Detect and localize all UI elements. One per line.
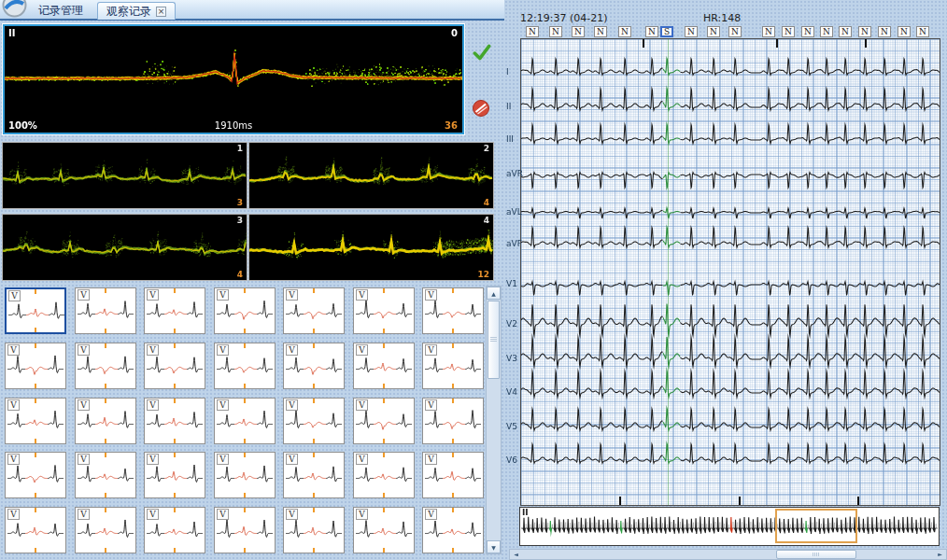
template-lead-label: II: [8, 28, 15, 38]
beat-thumbnail[interactable]: V: [144, 507, 205, 553]
beat-thumbnail[interactable]: V: [144, 452, 205, 498]
beat-thumbnail[interactable]: V: [144, 343, 205, 389]
beat-thumbnail[interactable]: V: [5, 287, 66, 334]
beat-thumbnail[interactable]: V: [5, 507, 66, 553]
beat-annotation-box[interactable]: N: [839, 26, 852, 37]
ecg-grid-panel[interactable]: [520, 38, 940, 506]
tab-observe-record[interactable]: 观察记录 ×: [97, 2, 176, 20]
channel-panel-2[interactable]: 2 4: [248, 142, 494, 209]
beat-thumbnail[interactable]: V: [283, 343, 345, 389]
beat-type-tag: V: [78, 399, 90, 411]
beat-annotation-box[interactable]: N: [618, 26, 631, 37]
beat-type-tag: V: [7, 509, 20, 520]
align-tick-top: [452, 453, 454, 457]
beat-annotation-box[interactable]: N: [549, 26, 562, 37]
scroll-right-icon[interactable]: ►: [935, 550, 945, 559]
beat-type-tag: V: [356, 289, 368, 301]
beat-type-tag: V: [78, 289, 90, 301]
beat-type-tag: V: [425, 509, 437, 520]
beat-thumbnail[interactable]: V: [75, 507, 136, 553]
channel-panel-4[interactable]: 4 12: [248, 214, 494, 281]
lead-label-I: I: [506, 67, 519, 77]
beat-thumbnail[interactable]: V: [422, 452, 484, 498]
beat-thumbnail[interactable]: V: [214, 452, 276, 498]
beat-thumbnail[interactable]: V: [144, 398, 205, 444]
beat-annotation-box[interactable]: N: [916, 26, 929, 37]
beat-template-panel[interactable]: II 0 100% 1910ms 36: [3, 24, 464, 134]
beat-type-tag: V: [8, 290, 21, 301]
beat-thumbnail[interactable]: V: [422, 507, 484, 553]
channel-panel-3[interactable]: 3 4: [2, 214, 247, 281]
beat-thumbnail[interactable]: V: [283, 452, 345, 498]
align-tick-top: [244, 343, 246, 348]
beat-thumbnail[interactable]: V: [422, 398, 484, 444]
scroll-down-icon[interactable]: ▼: [487, 540, 501, 553]
beat-thumbnail[interactable]: V: [353, 507, 415, 553]
scroll-left-icon[interactable]: ◄: [511, 550, 521, 559]
beat-thumbnail[interactable]: V: [353, 287, 415, 334]
beat-annotation-box[interactable]: N: [572, 26, 585, 37]
align-tick-top: [105, 343, 106, 348]
beat-annotation-box[interactable]: N: [728, 26, 742, 37]
scroll-up-icon[interactable]: ▲: [487, 287, 501, 300]
reject-button[interactable]: [472, 99, 492, 119]
align-tick-bottom: [105, 493, 106, 497]
thumbnail-scrollbar[interactable]: ▲ ▼: [486, 286, 502, 554]
beat-annotation-box[interactable]: N: [526, 26, 539, 37]
beat-annotation-box[interactable]: N: [782, 26, 795, 37]
align-tick-top: [35, 399, 36, 403]
beat-thumbnail[interactable]: V: [214, 343, 276, 389]
beat-annotation-box[interactable]: N: [762, 26, 775, 37]
beat-thumbnail[interactable]: V: [75, 398, 136, 444]
beat-thumbnail[interactable]: V: [283, 398, 345, 444]
beat-annotation-box[interactable]: N: [858, 26, 871, 37]
scrollbar-thumb[interactable]: [488, 301, 500, 379]
rhythm-strip[interactable]: II: [519, 507, 940, 546]
beat-annotation-box[interactable]: N: [801, 26, 814, 37]
confirm-button[interactable]: [472, 42, 492, 63]
beat-thumbnail[interactable]: V: [353, 398, 415, 444]
align-tick-top: [383, 343, 385, 348]
channel-panel-1[interactable]: 1 3: [2, 142, 247, 209]
beat-thumbnail[interactable]: V: [75, 452, 136, 498]
beat-thumbnail[interactable]: V: [422, 287, 484, 334]
view-window-rect[interactable]: [775, 509, 857, 543]
beat-thumbnail[interactable]: V: [283, 507, 345, 553]
align-tick-bottom: [313, 439, 315, 443]
beat-type-tag: V: [425, 399, 437, 411]
tab-record-management[interactable]: 记录管理: [30, 2, 92, 20]
app-logo-icon[interactable]: [2, 0, 27, 18]
beat-thumbnail[interactable]: V: [5, 343, 66, 389]
beat-thumbnail[interactable]: V: [5, 452, 66, 498]
beat-thumbnail[interactable]: V: [5, 398, 66, 444]
close-icon[interactable]: ×: [156, 7, 166, 17]
scrollbar-thumb[interactable]: [776, 550, 856, 559]
beat-thumbnail[interactable]: V: [144, 287, 205, 334]
beat-annotation-box[interactable]: S: [660, 26, 673, 37]
beat-type-tag: V: [286, 454, 298, 465]
align-tick-bottom: [383, 548, 385, 553]
beat-annotation-box[interactable]: N: [707, 26, 720, 37]
beat-thumbnail[interactable]: V: [214, 287, 276, 334]
beat-type-tag: V: [286, 509, 298, 520]
beat-annotation-box[interactable]: N: [878, 26, 891, 37]
beat-thumbnail[interactable]: V: [214, 507, 276, 553]
beat-thumbnail[interactable]: V: [353, 343, 415, 389]
beat-thumbnail[interactable]: V: [75, 287, 136, 334]
beat-thumbnail[interactable]: V: [75, 343, 136, 389]
beat-annotation-box[interactable]: N: [685, 26, 698, 37]
beat-thumbnail[interactable]: V: [353, 452, 415, 498]
beat-thumbnail[interactable]: V: [283, 287, 345, 334]
logo-glyph: [2, 0, 27, 18]
align-tick-top: [244, 508, 246, 512]
lead-label-V4: V4: [506, 387, 519, 397]
beat-annotation-box[interactable]: N: [820, 26, 833, 37]
ecg-scrollbar[interactable]: ◄ ►: [509, 549, 947, 560]
beat-thumbnail[interactable]: V: [214, 398, 276, 444]
beat-thumbnail[interactable]: V: [422, 343, 484, 389]
beat-annotation-box[interactable]: N: [594, 26, 607, 37]
align-tick-bottom: [174, 493, 176, 497]
beat-type-tag: V: [78, 454, 90, 465]
beat-annotation-box[interactable]: N: [898, 26, 911, 37]
beat-annotation-box[interactable]: N: [645, 26, 658, 37]
